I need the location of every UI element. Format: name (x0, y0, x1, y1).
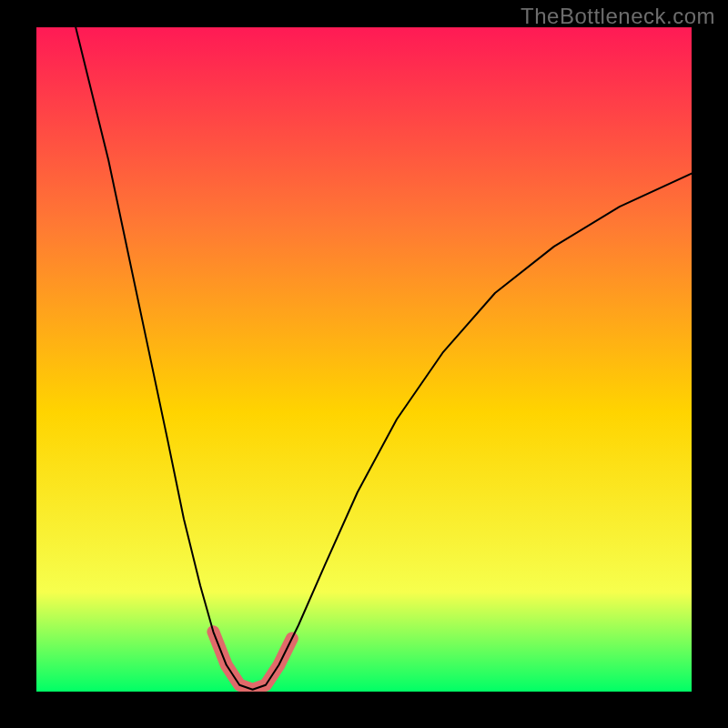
chart-svg (36, 27, 692, 692)
gradient-background (36, 27, 692, 692)
chart-plot-area (36, 27, 692, 692)
chart-frame: TheBottleneck.com (0, 0, 728, 728)
watermark-text: TheBottleneck.com (521, 4, 715, 29)
